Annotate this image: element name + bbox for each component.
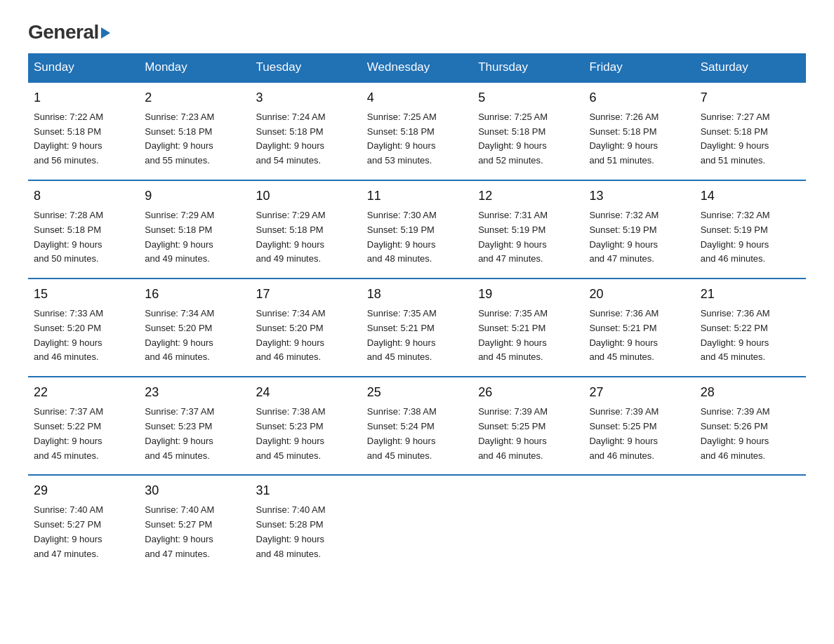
calendar-week-row: 1Sunrise: 7:22 AMSunset: 5:18 PMDaylight… bbox=[28, 82, 806, 180]
day-number: 11 bbox=[367, 187, 467, 206]
calendar-cell: 7Sunrise: 7:27 AMSunset: 5:18 PMDaylight… bbox=[695, 82, 806, 180]
calendar-cell: 3Sunrise: 7:24 AMSunset: 5:18 PMDaylight… bbox=[251, 82, 362, 180]
day-number: 30 bbox=[145, 481, 244, 501]
calendar-header-row: SundayMondayTuesdayWednesdayThursdayFrid… bbox=[28, 53, 806, 82]
day-info: Sunrise: 7:26 AMSunset: 5:18 PMDaylight:… bbox=[589, 110, 689, 168]
day-number: 9 bbox=[145, 187, 244, 206]
calendar-cell: 17Sunrise: 7:34 AMSunset: 5:20 PMDayligh… bbox=[251, 279, 362, 377]
calendar-cell: 9Sunrise: 7:29 AMSunset: 5:18 PMDaylight… bbox=[139, 180, 250, 279]
day-number: 10 bbox=[256, 187, 356, 206]
calendar-cell bbox=[695, 475, 806, 572]
day-info: Sunrise: 7:36 AMSunset: 5:21 PMDaylight:… bbox=[589, 307, 689, 365]
day-info: Sunrise: 7:25 AMSunset: 5:18 PMDaylight:… bbox=[478, 110, 578, 168]
day-info: Sunrise: 7:40 AMSunset: 5:27 PMDaylight:… bbox=[34, 503, 133, 561]
day-info: Sunrise: 7:37 AMSunset: 5:23 PMDaylight:… bbox=[145, 405, 244, 463]
calendar-cell: 24Sunrise: 7:38 AMSunset: 5:23 PMDayligh… bbox=[251, 377, 362, 475]
day-info: Sunrise: 7:32 AMSunset: 5:19 PMDaylight:… bbox=[589, 208, 689, 267]
day-number: 7 bbox=[701, 88, 800, 108]
day-number: 13 bbox=[589, 187, 689, 206]
calendar-cell: 29Sunrise: 7:40 AMSunset: 5:27 PMDayligh… bbox=[28, 475, 139, 572]
calendar-week-row: 29Sunrise: 7:40 AMSunset: 5:27 PMDayligh… bbox=[28, 475, 806, 572]
day-info: Sunrise: 7:29 AMSunset: 5:18 PMDaylight:… bbox=[256, 208, 356, 267]
day-number: 2 bbox=[145, 88, 244, 108]
weekday-header-saturday: Saturday bbox=[695, 53, 806, 82]
logo-triangle-icon bbox=[101, 27, 110, 39]
day-info: Sunrise: 7:37 AMSunset: 5:22 PMDaylight:… bbox=[34, 405, 133, 463]
calendar-cell: 28Sunrise: 7:39 AMSunset: 5:26 PMDayligh… bbox=[695, 377, 806, 475]
calendar-cell bbox=[362, 475, 472, 572]
day-number: 20 bbox=[589, 285, 689, 304]
calendar-cell: 20Sunrise: 7:36 AMSunset: 5:21 PMDayligh… bbox=[583, 279, 694, 377]
day-number: 23 bbox=[145, 383, 244, 403]
calendar-cell: 5Sunrise: 7:25 AMSunset: 5:18 PMDaylight… bbox=[472, 82, 583, 180]
day-info: Sunrise: 7:39 AMSunset: 5:25 PMDaylight:… bbox=[478, 405, 578, 463]
calendar-cell: 12Sunrise: 7:31 AMSunset: 5:19 PMDayligh… bbox=[472, 180, 583, 279]
day-number: 19 bbox=[478, 285, 578, 304]
calendar-cell: 25Sunrise: 7:38 AMSunset: 5:24 PMDayligh… bbox=[362, 377, 472, 475]
day-number: 16 bbox=[145, 285, 244, 304]
calendar-cell: 18Sunrise: 7:35 AMSunset: 5:21 PMDayligh… bbox=[362, 279, 472, 377]
day-number: 27 bbox=[589, 383, 689, 403]
calendar-cell: 6Sunrise: 7:26 AMSunset: 5:18 PMDaylight… bbox=[583, 82, 694, 180]
logo: General bbox=[28, 21, 110, 39]
logo-general-text: General bbox=[28, 21, 110, 43]
day-number: 6 bbox=[589, 88, 689, 108]
day-info: Sunrise: 7:38 AMSunset: 5:23 PMDaylight:… bbox=[256, 405, 356, 463]
day-number: 1 bbox=[34, 88, 133, 108]
day-number: 28 bbox=[701, 383, 800, 403]
day-info: Sunrise: 7:34 AMSunset: 5:20 PMDaylight:… bbox=[145, 307, 244, 365]
calendar-cell: 30Sunrise: 7:40 AMSunset: 5:27 PMDayligh… bbox=[139, 475, 250, 572]
calendar-cell: 16Sunrise: 7:34 AMSunset: 5:20 PMDayligh… bbox=[139, 279, 250, 377]
weekday-header-thursday: Thursday bbox=[472, 53, 583, 82]
day-info: Sunrise: 7:28 AMSunset: 5:18 PMDaylight:… bbox=[34, 208, 133, 267]
day-info: Sunrise: 7:39 AMSunset: 5:26 PMDaylight:… bbox=[701, 405, 800, 463]
calendar-cell: 15Sunrise: 7:33 AMSunset: 5:20 PMDayligh… bbox=[28, 279, 139, 377]
weekday-header-monday: Monday bbox=[139, 53, 250, 82]
day-info: Sunrise: 7:38 AMSunset: 5:24 PMDaylight:… bbox=[367, 405, 467, 463]
day-number: 17 bbox=[256, 285, 356, 304]
day-number: 4 bbox=[367, 88, 467, 108]
day-number: 22 bbox=[34, 383, 133, 403]
day-number: 21 bbox=[701, 285, 800, 304]
calendar-cell bbox=[583, 475, 694, 572]
day-info: Sunrise: 7:23 AMSunset: 5:18 PMDaylight:… bbox=[145, 110, 244, 168]
day-number: 8 bbox=[34, 187, 133, 206]
calendar-cell: 26Sunrise: 7:39 AMSunset: 5:25 PMDayligh… bbox=[472, 377, 583, 475]
day-info: Sunrise: 7:24 AMSunset: 5:18 PMDaylight:… bbox=[256, 110, 356, 168]
calendar-cell: 19Sunrise: 7:35 AMSunset: 5:21 PMDayligh… bbox=[472, 279, 583, 377]
day-number: 18 bbox=[367, 285, 467, 304]
calendar-cell: 23Sunrise: 7:37 AMSunset: 5:23 PMDayligh… bbox=[139, 377, 250, 475]
day-info: Sunrise: 7:32 AMSunset: 5:19 PMDaylight:… bbox=[701, 208, 800, 267]
day-info: Sunrise: 7:27 AMSunset: 5:18 PMDaylight:… bbox=[701, 110, 800, 168]
calendar-cell: 31Sunrise: 7:40 AMSunset: 5:28 PMDayligh… bbox=[251, 475, 362, 572]
day-number: 29 bbox=[34, 481, 133, 501]
day-info: Sunrise: 7:40 AMSunset: 5:27 PMDaylight:… bbox=[145, 503, 244, 561]
day-number: 5 bbox=[478, 88, 578, 108]
calendar-cell: 1Sunrise: 7:22 AMSunset: 5:18 PMDaylight… bbox=[28, 82, 139, 180]
calendar-cell: 21Sunrise: 7:36 AMSunset: 5:22 PMDayligh… bbox=[695, 279, 806, 377]
calendar-cell: 13Sunrise: 7:32 AMSunset: 5:19 PMDayligh… bbox=[583, 180, 694, 279]
calendar-week-row: 22Sunrise: 7:37 AMSunset: 5:22 PMDayligh… bbox=[28, 377, 806, 475]
day-number: 24 bbox=[256, 383, 356, 403]
calendar-week-row: 8Sunrise: 7:28 AMSunset: 5:18 PMDaylight… bbox=[28, 180, 806, 279]
day-info: Sunrise: 7:30 AMSunset: 5:19 PMDaylight:… bbox=[367, 208, 467, 267]
day-info: Sunrise: 7:40 AMSunset: 5:28 PMDaylight:… bbox=[256, 503, 356, 561]
calendar-cell: 4Sunrise: 7:25 AMSunset: 5:18 PMDaylight… bbox=[362, 82, 472, 180]
day-info: Sunrise: 7:34 AMSunset: 5:20 PMDaylight:… bbox=[256, 307, 356, 365]
day-info: Sunrise: 7:35 AMSunset: 5:21 PMDaylight:… bbox=[478, 307, 578, 365]
calendar-cell: 10Sunrise: 7:29 AMSunset: 5:18 PMDayligh… bbox=[251, 180, 362, 279]
day-number: 3 bbox=[256, 88, 356, 108]
weekday-header-sunday: Sunday bbox=[28, 53, 139, 82]
calendar-cell: 22Sunrise: 7:37 AMSunset: 5:22 PMDayligh… bbox=[28, 377, 139, 475]
day-info: Sunrise: 7:22 AMSunset: 5:18 PMDaylight:… bbox=[34, 110, 133, 168]
day-number: 26 bbox=[478, 383, 578, 403]
day-info: Sunrise: 7:36 AMSunset: 5:22 PMDaylight:… bbox=[701, 307, 800, 365]
day-number: 31 bbox=[256, 481, 356, 501]
weekday-header-friday: Friday bbox=[583, 53, 694, 82]
weekday-header-tuesday: Tuesday bbox=[251, 53, 362, 82]
day-number: 12 bbox=[478, 187, 578, 206]
day-info: Sunrise: 7:33 AMSunset: 5:20 PMDaylight:… bbox=[34, 307, 133, 365]
calendar-cell: 27Sunrise: 7:39 AMSunset: 5:25 PMDayligh… bbox=[583, 377, 694, 475]
calendar-week-row: 15Sunrise: 7:33 AMSunset: 5:20 PMDayligh… bbox=[28, 279, 806, 377]
day-info: Sunrise: 7:35 AMSunset: 5:21 PMDaylight:… bbox=[367, 307, 467, 365]
